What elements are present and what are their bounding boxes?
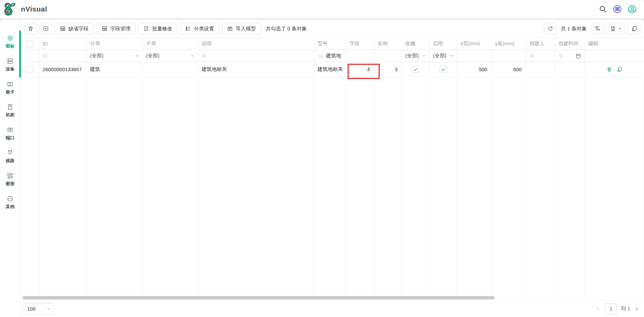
category-settings-button[interactable]: 分类设置 [180,23,219,34]
sidebar-item-shapes[interactable]: 图形 [6,172,14,186]
filter-subclass[interactable]: (全部) [143,50,198,62]
cell-fields[interactable]: 4 [346,62,374,77]
filter-instances[interactable] [374,50,402,62]
sidebar-item-boards[interactable]: 板卡 [6,81,14,94]
pagination-bar: 100 1 到 1 [21,300,644,317]
filter-created-time[interactable] [555,50,585,62]
brand-area: nVisual [0,1,47,17]
filter-id[interactable] [39,50,87,62]
cell-model: 建筑地标灰 [314,62,346,77]
server-icon [7,58,13,64]
chevron-right-icon[interactable] [634,306,639,312]
cell-subclass [143,62,198,77]
copy-icon[interactable] [617,67,622,72]
search-icon[interactable] [599,5,607,13]
current-page-input[interactable]: 1 [605,304,617,314]
excel-export-icon [610,26,616,32]
check-icon [441,67,446,72]
table-empty-body [21,77,644,295]
trash-icon[interactable] [607,67,612,72]
import-model-icon [227,26,233,32]
filter-edit [585,50,644,62]
filter-creator[interactable] [526,50,555,62]
default-fields-button[interactable]: 缺省字段 [55,23,94,34]
col-subclass[interactable]: 子类 [143,38,198,50]
cell-created-time [555,62,585,77]
cell-id: 26000000133657 [39,62,87,77]
col-description[interactable]: 说明 [198,38,314,50]
cable-icon [7,149,13,156]
select-all-checkbox[interactable] [26,40,33,47]
chevron-left-icon[interactable] [595,306,601,312]
enabled-checkbox[interactable] [440,66,447,73]
port-icon [7,126,13,133]
total-pages-text: 到 1 [621,306,630,312]
field-manage-button[interactable]: 字段管理 [96,23,136,34]
col-instances[interactable]: 实例 [374,38,402,50]
trash-icon [28,26,34,32]
col-edit[interactable]: 编辑 [585,38,644,50]
filter-favorite[interactable]: (全部) [402,50,430,62]
filter-y-height[interactable] [492,50,526,62]
col-model[interactable]: 型号 [314,38,346,50]
col-favorite[interactable]: 收藏 [402,38,430,50]
import-model-button[interactable]: 导入模型 [222,23,261,34]
topbar-actions [599,5,644,13]
fields-icon [101,26,108,32]
sidebar-item-cabinets[interactable]: 机柜 [6,104,14,117]
columns-button[interactable] [628,23,640,34]
calendar-icon[interactable] [576,53,581,59]
caret-down-icon [191,54,195,58]
sidebar: 图标 设备 板卡 机柜 端口 线路 图形 其他 [0,20,21,317]
batch-edit-button[interactable]: 批量修改 [138,23,177,34]
sidebar-item-ports[interactable]: 端口 [6,126,14,140]
filter-clear-button[interactable] [591,23,604,34]
columns-icon [631,26,637,32]
col-id[interactable]: ID [39,38,87,50]
col-fields[interactable]: 字段 [346,38,374,50]
sidebar-item-devices[interactable]: 设备 [6,58,14,71]
col-enabled[interactable]: 启用 [430,38,457,50]
cabinet-icon [7,104,13,110]
table: ID 分类 子类 说明 型号 字段 实例 收藏 启用 x宽(mm) y高(mm)… [21,38,644,295]
table-filter-row: (全部) (全部) 建筑地 (全部) (全部) [21,50,644,62]
scrollbar-thumb[interactable] [23,296,495,299]
filter-x-width[interactable] [457,50,492,62]
col-creator[interactable]: 创建人 [526,38,555,50]
filter-model[interactable]: 建筑地 [314,50,346,62]
filter-fields[interactable] [346,50,374,62]
cell-y-height: 500 [492,62,526,77]
selection-count-text: 共勾选了 0 条对象 [266,26,307,32]
user-icon[interactable] [628,5,637,13]
delete-button[interactable] [24,23,37,34]
brand-name: nVisual [21,5,47,13]
col-created-time[interactable]: 创建时间 [555,38,585,50]
filter-description[interactable] [198,50,314,62]
search-icon [529,53,535,59]
apps-icon[interactable] [613,5,622,13]
col-y-height[interactable]: y高(mm) [492,38,526,50]
filter-model-value: 建筑地 [326,53,341,59]
main-content: 缺省字段 字段管理 批量修改 分类设置 导入模型 共勾选了 0 条对象 共 [21,20,644,317]
col-x-width[interactable]: x宽(mm) [457,38,492,50]
sidebar-item-icons[interactable]: 图标 [6,35,14,49]
active-nav-indicator [19,30,21,78]
refresh-button[interactable] [544,23,556,34]
col-category[interactable]: 分类 [87,38,143,50]
caret-down-icon [618,27,622,31]
row-checkbox[interactable] [26,66,33,73]
cell-description: 建筑地标灰 [198,62,314,77]
export-excel-button[interactable] [606,23,625,34]
table-row[interactable]: 26000000133657 建筑 建筑地标灰 建筑地标灰 4 3 500 50… [21,62,644,77]
sidebar-item-cables[interactable]: 线路 [6,149,14,163]
sidebar-item-others[interactable]: 其他 [6,195,14,209]
favorite-checkbox[interactable] [412,66,419,73]
caret-down-icon [449,54,453,58]
refresh-icon [547,26,553,32]
total-count-text: 共 1 条对象 [561,26,587,32]
add-button[interactable] [39,23,52,34]
plus-square-icon [43,26,49,32]
filter-category[interactable]: (全部) [87,50,143,62]
filter-enabled[interactable]: (全部) [430,50,457,62]
page-size-select[interactable]: 100 [23,303,54,314]
